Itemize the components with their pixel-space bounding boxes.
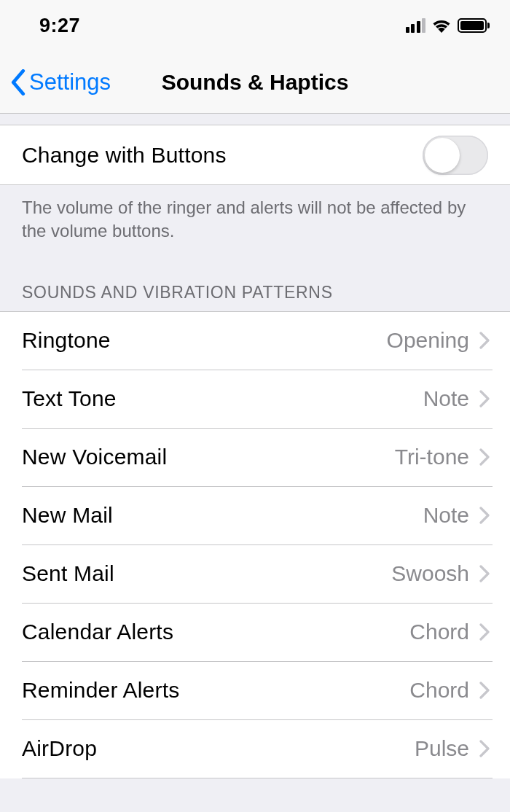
- battery-icon: [458, 18, 490, 33]
- chevron-right-icon: [479, 565, 490, 582]
- status-icons: [406, 18, 490, 33]
- sent-mail-row[interactable]: Sent Mail Swoosh: [0, 545, 510, 604]
- chevron-right-icon: [479, 682, 490, 699]
- chevron-right-icon: [479, 507, 490, 524]
- row-label: Reminder Alerts: [22, 678, 409, 703]
- section-header: SOUNDS AND VIBRATION PATTERNS: [0, 251, 510, 312]
- row-value: Note: [423, 386, 469, 411]
- section-gap: [0, 114, 510, 125]
- row-label: Calendar Alerts: [22, 620, 409, 644]
- sounds-list: Ringtone Opening Text Tone Note New Voic…: [0, 312, 510, 778]
- back-button[interactable]: Settings: [0, 69, 111, 95]
- airdrop-row[interactable]: AirDrop Pulse: [0, 720, 510, 778]
- chevron-right-icon: [479, 740, 490, 757]
- change-with-buttons-toggle[interactable]: [423, 136, 488, 175]
- row-label: AirDrop: [22, 736, 415, 761]
- row-label: New Voicemail: [22, 445, 395, 469]
- back-label: Settings: [29, 69, 111, 95]
- row-value: Chord: [409, 620, 469, 644]
- row-value: Chord: [409, 678, 469, 703]
- nav-bar: Settings Sounds & Haptics: [0, 51, 510, 114]
- bottom-gap: [0, 778, 510, 812]
- chevron-right-icon: [479, 390, 490, 407]
- change-with-buttons-row[interactable]: Change with Buttons: [0, 125, 510, 185]
- row-value: Swoosh: [391, 561, 469, 586]
- reminder-alerts-row[interactable]: Reminder Alerts Chord: [0, 662, 510, 720]
- row-value: Opening: [387, 328, 469, 353]
- row-label: Text Tone: [22, 386, 423, 411]
- chevron-right-icon: [479, 332, 490, 349]
- wifi-icon: [431, 18, 452, 33]
- new-mail-row[interactable]: New Mail Note: [0, 487, 510, 545]
- chevron-right-icon: [479, 623, 490, 641]
- row-label: Sent Mail: [22, 561, 391, 586]
- section-footer: The volume of the ringer and alerts will…: [0, 185, 510, 251]
- row-label: Ringtone: [22, 328, 387, 353]
- cellular-signal-icon: [406, 18, 426, 33]
- row-label: Change with Buttons: [22, 143, 423, 168]
- row-value: Pulse: [415, 736, 469, 761]
- status-time: 9:27: [39, 15, 80, 37]
- row-label: New Mail: [22, 503, 423, 528]
- calendar-alerts-row[interactable]: Calendar Alerts Chord: [0, 604, 510, 662]
- page-title: Sounds & Haptics: [162, 70, 349, 95]
- status-bar: 9:27: [0, 0, 510, 51]
- chevron-left-icon: [10, 69, 26, 95]
- ringtone-row[interactable]: Ringtone Opening: [0, 312, 510, 370]
- toggle-knob: [425, 138, 460, 173]
- chevron-right-icon: [479, 448, 490, 466]
- row-value: Note: [423, 503, 469, 528]
- new-voicemail-row[interactable]: New Voicemail Tri-tone: [0, 429, 510, 487]
- row-value: Tri-tone: [395, 445, 469, 469]
- text-tone-row[interactable]: Text Tone Note: [0, 370, 510, 429]
